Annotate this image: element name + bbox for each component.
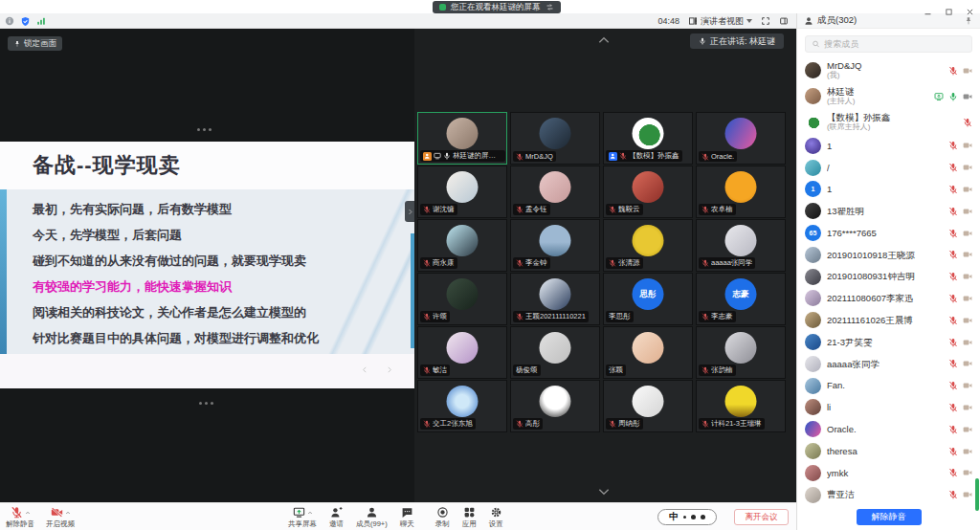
chevron-up-icon[interactable]	[307, 510, 313, 516]
video-tile[interactable]: 孟令钰	[510, 166, 600, 218]
mic-muted-icon	[948, 207, 958, 216]
video-tile[interactable]: 【数模】孙振鑫	[603, 112, 693, 165]
member-row[interactable]: MrD&JQ (我)	[805, 57, 972, 83]
chat-button[interactable]: 聊天	[400, 506, 414, 529]
share-screen-button[interactable]: 共享屏幕	[288, 506, 317, 529]
video-tile[interactable]: 魏毅云	[603, 166, 693, 218]
member-row[interactable]: 201901080931钟吉明	[805, 266, 972, 288]
video-tile[interactable]: 林廷谜的屏幕共享	[417, 112, 507, 165]
member-row[interactable]: 65 176****7665	[805, 222, 972, 244]
member-name: li	[827, 402, 943, 412]
close-button[interactable]	[966, 3, 974, 11]
fullscreen-icon[interactable]	[761, 16, 770, 26]
video-tile[interactable]: 谢沈镛	[417, 166, 507, 218]
video-tile[interactable]: 交工2张东旭	[417, 380, 507, 432]
members-icon	[366, 506, 378, 519]
member-name: 202111161026王晨博	[827, 315, 943, 325]
expand-grid-icon[interactable]	[597, 487, 611, 497]
video-tile[interactable]: aaaaa张同学	[696, 219, 786, 272]
watching-banner[interactable]: 您正在观看林廷谜的屏幕	[433, 1, 561, 13]
member-row[interactable]: ymkk	[805, 462, 972, 484]
video-tile[interactable]: 张颖	[603, 326, 693, 379]
pin-view-button[interactable]: 锁定画面	[8, 36, 62, 51]
scrollbar-thumb[interactable]	[975, 478, 979, 511]
video-tile[interactable]: 敏洁	[417, 326, 507, 379]
video-tile[interactable]: 李金钟	[510, 219, 600, 272]
slide-side-tab[interactable]	[405, 201, 414, 222]
tile-name-bar: 张清源	[606, 257, 643, 269]
member-row[interactable]: 1 1	[805, 179, 972, 201]
member-row[interactable]: Fan.	[805, 375, 972, 397]
member-row[interactable]: 201901010918王晓源	[805, 244, 972, 266]
video-tile[interactable]: 周纳彤	[603, 380, 693, 432]
maximize-button[interactable]	[945, 3, 953, 11]
prev-slide-icon[interactable]	[361, 365, 369, 374]
search-input[interactable]	[824, 39, 966, 49]
video-tile[interactable]: Oracle.	[696, 112, 786, 165]
mic-muted-icon	[423, 313, 431, 320]
member-row[interactable]: 202111161026王晨博	[805, 309, 972, 331]
mic-muted-icon	[423, 366, 431, 374]
member-row[interactable]: li	[805, 397, 972, 419]
members-button[interactable]: 成员(99+)	[356, 506, 388, 529]
video-tile[interactable]: 思彤 李思彤	[603, 273, 693, 325]
member-row[interactable]: 13翟胜明	[805, 200, 972, 222]
avatar	[447, 225, 479, 256]
network-signal-icon[interactable]	[36, 16, 46, 26]
video-tile[interactable]: 计科21-3王瑞琳	[696, 380, 786, 432]
video-tile[interactable]: 许颂	[417, 273, 507, 325]
video-tile[interactable]: 高彤	[510, 380, 600, 432]
invite-button[interactable]: 邀请	[329, 506, 344, 529]
security-shield-icon[interactable]	[20, 16, 31, 27]
leave-meeting-button[interactable]: 离开会议	[734, 509, 789, 525]
view-mode-selector[interactable]: 演讲者视图	[688, 15, 752, 28]
tile-name-bar: 张颖	[606, 364, 626, 376]
chevron-up-icon[interactable]	[25, 510, 31, 516]
video-tile[interactable]: 农卓楠	[696, 166, 786, 218]
slide-accent-bar	[0, 189, 7, 354]
member-row[interactable]: 21-3尹笑雯	[805, 331, 972, 353]
collapse-grid-icon[interactable]	[597, 35, 611, 45]
avatar	[540, 332, 571, 364]
member-row[interactable]: 1	[805, 135, 972, 157]
unmute-button[interactable]: 解除静音	[6, 506, 34, 529]
member-row[interactable]: aaaaa张同学	[805, 353, 972, 375]
slide-line: 今天，先学模型，后套问题	[33, 222, 390, 248]
member-search[interactable]	[805, 35, 972, 53]
member-row[interactable]: 【数模】孙振鑫 (联席主持人)	[805, 109, 972, 135]
member-row[interactable]: theresa	[805, 440, 972, 462]
member-row[interactable]: 林廷谜 (主持人)	[805, 83, 972, 109]
invite-label: 邀请	[329, 519, 344, 529]
meeting-info-icon[interactable]	[5, 16, 14, 26]
video-tile[interactable]: 张清源	[603, 219, 693, 272]
side-panel-icon[interactable]	[779, 16, 789, 26]
member-row[interactable]: Oracle.	[805, 418, 972, 440]
camera-off-icon	[963, 359, 972, 368]
video-tile[interactable]: 杨俊颂	[510, 326, 600, 379]
ime-toolbar[interactable]: 中	[657, 509, 717, 525]
video-tile[interactable]: 王颖202111110221	[510, 273, 600, 325]
video-tile[interactable]: 志豪 李志豪	[696, 273, 786, 325]
member-role: (我)	[827, 71, 943, 80]
switch-screen-icon[interactable]	[546, 3, 554, 11]
pin-panel-icon[interactable]	[964, 16, 973, 26]
toolbar-handle-icon[interactable]	[197, 128, 200, 131]
toolbar-handle-icon[interactable]	[199, 402, 202, 405]
unmute-button[interactable]: 解除静音	[857, 509, 922, 525]
apps-button[interactable]: 应用	[462, 506, 477, 529]
member-row[interactable]: 202111080607李家迅	[805, 288, 972, 310]
settings-button[interactable]: 设置	[489, 506, 503, 529]
chevron-up-icon[interactable]	[65, 510, 71, 516]
start-video-button[interactable]: 开启视频	[46, 506, 75, 529]
member-row[interactable]: /	[805, 157, 972, 179]
tile-name-bar: 李金钟	[513, 257, 550, 269]
video-tile[interactable]: MrD&JQ	[510, 112, 600, 165]
mic-on-icon	[948, 92, 958, 101]
minimize-button[interactable]	[924, 3, 932, 11]
member-row[interactable]: 曹亚洁	[805, 484, 972, 503]
video-tile[interactable]: 商永康	[417, 219, 507, 272]
video-tile[interactable]: 张韵楠	[696, 326, 786, 379]
next-slide-icon[interactable]	[385, 365, 393, 374]
video-grid: 林廷谜的屏幕共享 MrD&JQ 【数模】孙振鑫 Oracle. 谢沈镛	[417, 112, 786, 432]
record-button[interactable]: 录制	[435, 506, 450, 529]
